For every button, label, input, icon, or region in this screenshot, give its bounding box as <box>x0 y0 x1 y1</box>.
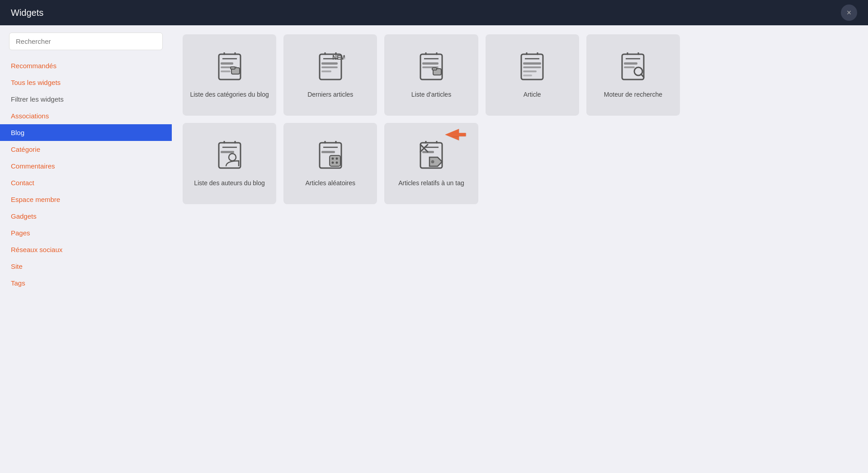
svg-rect-38 <box>624 66 635 68</box>
nav-list: RecommandésTous les widgetsFiltrer les w… <box>0 57 172 291</box>
svg-rect-8 <box>231 67 235 69</box>
widget-card-liste-auteurs-blog[interactable]: Liste des auteurs du blog <box>183 123 276 204</box>
header: Widgets × <box>0 0 868 25</box>
widget-card-derniers-articles[interactable]: NEW Derniers articles <box>283 34 377 116</box>
main-layout: RecommandésTous les widgetsFiltrer les w… <box>0 25 868 473</box>
widget-card-moteur-recherche[interactable]: Moteur de recherche <box>586 34 680 116</box>
sidebar-item-espace-membre[interactable]: Espace membre <box>0 191 172 208</box>
svg-point-53 <box>331 158 334 160</box>
sidebar-item-blog[interactable]: Blog <box>0 124 172 141</box>
svg-rect-4 <box>221 62 233 65</box>
svg-rect-24 <box>432 68 437 70</box>
svg-rect-51 <box>321 151 335 153</box>
sidebar-item-gadgets[interactable]: Gadgets <box>0 208 172 225</box>
widget-label-liste-auteurs-blog: Liste des auteurs du blog <box>194 179 264 188</box>
svg-rect-52 <box>330 155 340 166</box>
svg-rect-21 <box>422 62 439 65</box>
svg-point-56 <box>335 162 338 164</box>
svg-point-64 <box>431 160 434 164</box>
widget-card-article[interactable]: Article <box>486 34 579 116</box>
sidebar-item-filtrer[interactable]: Filtrer les widgets <box>0 91 172 108</box>
svg-rect-29 <box>523 62 541 65</box>
widget-icon-derniers-articles: NEW <box>316 52 345 83</box>
svg-rect-15 <box>321 70 331 72</box>
sidebar-item-associations[interactable]: Associations <box>0 108 172 124</box>
widget-label-articles-aleatoires: Articles aléatoires <box>306 179 356 188</box>
widget-label-liste-categories-blog: Liste des catégories du blog <box>190 90 269 99</box>
svg-rect-32 <box>523 75 532 76</box>
search-input[interactable] <box>9 33 163 50</box>
sidebar-item-commentaires[interactable]: Commentaires <box>0 158 172 174</box>
page-title: Widgets <box>11 8 43 18</box>
sidebar-item-categorie[interactable]: Catégorie <box>0 141 172 158</box>
widget-icon-articles-aleatoires <box>316 141 345 172</box>
svg-rect-31 <box>523 70 537 72</box>
svg-text:NEW: NEW <box>332 54 345 61</box>
widget-card-articles-relatifs-tag[interactable]: Articles relatifs à un tag <box>384 123 478 204</box>
widget-label-liste-articles: Liste d'articles <box>411 90 451 99</box>
close-button[interactable]: × <box>841 5 857 21</box>
sidebar: RecommandésTous les widgetsFiltrer les w… <box>0 25 172 473</box>
svg-point-46 <box>229 154 236 161</box>
svg-rect-13 <box>321 62 338 65</box>
svg-rect-6 <box>221 70 231 72</box>
widget-icon-articles-relatifs-tag <box>417 141 446 172</box>
widget-label-article: Article <box>524 90 541 99</box>
widget-icon-liste-auteurs-blog <box>215 141 244 172</box>
widget-label-derniers-articles: Derniers articles <box>307 90 353 99</box>
widget-label-articles-relatifs-tag: Articles relatifs à un tag <box>398 179 464 188</box>
svg-point-54 <box>335 158 338 160</box>
widget-label-moteur-recherche: Moteur de recherche <box>604 90 662 99</box>
widget-icon-moteur-recherche <box>618 52 647 83</box>
svg-point-55 <box>331 162 334 164</box>
widget-icon-liste-articles <box>417 52 446 83</box>
sidebar-item-contact[interactable]: Contact <box>0 174 172 191</box>
widget-card-liste-categories-blog[interactable]: Liste des catégories du blog <box>183 34 276 116</box>
sidebar-item-pages[interactable]: Pages <box>0 225 172 241</box>
widget-icon-liste-categories-blog <box>215 52 244 83</box>
sidebar-item-tags[interactable]: Tags <box>0 275 172 291</box>
widget-grid: Liste des catégories du blog NEW Dernier… <box>183 34 680 204</box>
svg-rect-45 <box>221 151 234 153</box>
svg-rect-37 <box>624 62 637 65</box>
sidebar-item-recommandes[interactable]: Recommandés <box>0 57 172 74</box>
sidebar-item-reseaux-sociaux[interactable]: Réseaux sociaux <box>0 241 172 258</box>
widget-grid-wrapper: Liste des catégories du blog NEW Dernier… <box>183 34 857 204</box>
search-container <box>0 33 172 57</box>
svg-rect-14 <box>321 66 338 68</box>
sidebar-item-tous-widgets[interactable]: Tous les widgets <box>0 74 172 91</box>
svg-rect-63 <box>422 151 434 153</box>
svg-rect-30 <box>523 66 541 68</box>
content-area: Liste des catégories du blog NEW Dernier… <box>172 25 868 473</box>
widget-card-articles-aleatoires[interactable]: Articles aléatoires <box>283 123 377 204</box>
widget-icon-article <box>518 52 547 83</box>
sidebar-item-site[interactable]: Site <box>0 258 172 275</box>
widget-card-liste-articles[interactable]: Liste d'articles <box>384 34 478 116</box>
